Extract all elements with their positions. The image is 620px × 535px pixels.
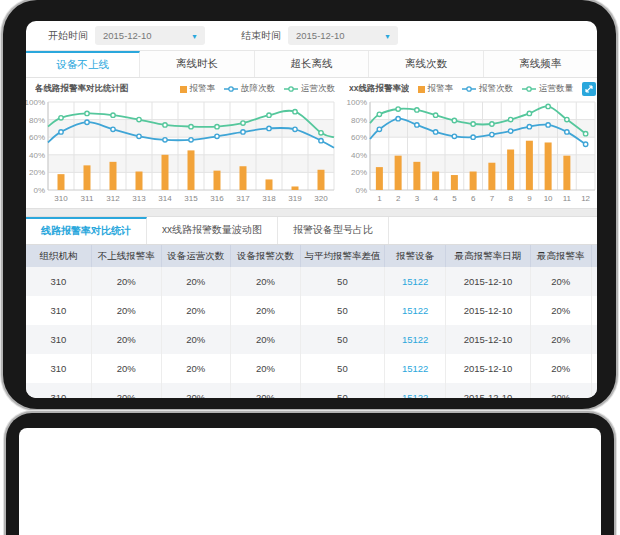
- chart-panel-left: 各线路报警率对比统计图报警率故障次数运营次数0%20%40%60%80%100%…: [26, 80, 340, 208]
- bar: [451, 175, 458, 190]
- table-row: 31020%20%20%50151222015-12-1020%2015-12-…: [26, 296, 597, 325]
- data-point: [215, 134, 219, 138]
- expand-icon: [584, 84, 594, 94]
- bar-legend-icon: [180, 86, 187, 93]
- y-tick-label: 40%: [29, 151, 45, 160]
- chart-title: 各线路报警率对比统计图: [35, 83, 171, 95]
- end-date-dropdown[interactable]: 2015-12-10 ▼: [288, 26, 398, 45]
- table-cell: 20%: [161, 325, 231, 354]
- legend-item[interactable]: 报警率: [418, 83, 454, 95]
- table-cell: 2015-12-10: [591, 354, 597, 383]
- table-cell: 20%: [231, 383, 301, 398]
- data-point: [293, 109, 297, 113]
- table-tab-3[interactable]: 报警设备型号占比: [278, 217, 389, 244]
- chart-legend: 报警率报警次数运营数量: [409, 83, 574, 95]
- bar-legend-icon: [418, 86, 425, 93]
- y-tick-label: 20%: [29, 168, 45, 177]
- legend-item[interactable]: 报警率: [180, 83, 216, 95]
- bar: [545, 142, 552, 190]
- bar: [470, 172, 477, 190]
- bar: [214, 171, 221, 190]
- device-link[interactable]: 15122: [385, 296, 446, 325]
- bar: [240, 166, 247, 190]
- tablet-frame-top: 开始时间 2015-12-10 ▼ 结束时间 2015-12-10 ▼ 设备不上…: [3, 0, 616, 409]
- data-point: [583, 131, 587, 135]
- table-header-cell: 设备报警次数: [231, 245, 301, 267]
- x-tick-label: 311: [81, 194, 94, 203]
- data-point: [433, 130, 437, 134]
- x-tick-label: 2: [396, 194, 401, 203]
- x-tick-label: 320: [314, 194, 328, 203]
- start-date-dropdown[interactable]: 2015-12-10 ▼: [95, 26, 205, 45]
- legend-item[interactable]: 故障次数: [224, 83, 275, 95]
- table-header-cell: 最高报警率: [530, 245, 591, 267]
- table-cell: 20%: [161, 354, 231, 383]
- bar: [526, 141, 533, 190]
- y-tick-label: 20%: [351, 168, 367, 177]
- table-cell: 20%: [530, 354, 591, 383]
- device-link[interactable]: 15122: [385, 354, 446, 383]
- x-tick-label: 12: [581, 194, 590, 203]
- table-header-cell: 与平均报警率差值: [300, 245, 384, 267]
- x-tick-label: 317: [236, 194, 250, 203]
- device-link[interactable]: 15122: [385, 267, 446, 296]
- table-header-cell: 不上线报警率: [91, 245, 161, 267]
- chevron-down-icon: ▼: [191, 32, 198, 39]
- data-point: [319, 139, 323, 143]
- x-tick-label: 4: [433, 194, 438, 203]
- data-table-wrap: 组织机构不上线报警率设备运营次数设备报警次数与平均报警率差值报警设备最高报警率日…: [26, 245, 597, 398]
- table-cell: 2015-12-10: [591, 383, 597, 398]
- expand-chart-button[interactable]: [582, 82, 596, 96]
- data-point: [471, 122, 475, 126]
- data-point: [396, 107, 400, 111]
- nav-tab-3[interactable]: 超长离线: [255, 51, 369, 77]
- chevron-down-icon: ▼: [384, 32, 391, 39]
- line-legend-icon: [462, 85, 476, 93]
- legend-item[interactable]: 运营次数: [284, 83, 335, 95]
- table-cell: 20%: [161, 267, 231, 296]
- y-tick-label: 0%: [355, 186, 367, 195]
- nav-tab-4[interactable]: 离线次数: [369, 51, 483, 77]
- legend-label: 运营次数: [301, 83, 335, 95]
- y-tick-label: 80%: [351, 116, 367, 125]
- nav-tab-2[interactable]: 离线时长: [140, 51, 254, 77]
- table-tab-1[interactable]: 线路报警率对比统计: [26, 217, 147, 244]
- data-point: [415, 123, 419, 127]
- data-point: [490, 122, 494, 126]
- legend-item[interactable]: 运营数量: [522, 83, 573, 95]
- tablet-frame-bottom: [6, 413, 614, 535]
- table-tab-2[interactable]: xx线路报警数量波动图: [147, 217, 278, 244]
- data-point: [415, 108, 419, 112]
- table-cell: 50: [300, 296, 384, 325]
- chart-title: xx线路报警率波动图: [349, 83, 409, 95]
- table-cell: 310: [26, 296, 91, 325]
- legend-item[interactable]: 报警次数: [462, 83, 513, 95]
- data-point: [546, 123, 550, 127]
- bar: [507, 150, 514, 190]
- table-cell: 2015-12-10: [591, 267, 597, 296]
- y-tick-label: 60%: [351, 133, 367, 142]
- device-link[interactable]: 15122: [385, 325, 446, 354]
- bar: [58, 174, 65, 190]
- chart-header: 各线路报警率对比统计图报警率故障次数运营次数: [26, 80, 340, 96]
- table-cell: 50: [300, 267, 384, 296]
- legend-label: 故障次数: [241, 83, 275, 95]
- end-date-value: 2015-12-10: [296, 30, 345, 41]
- y-tick-label: 0%: [33, 186, 45, 195]
- nav-tab-5[interactable]: 离线频率: [484, 51, 597, 77]
- bar: [488, 163, 495, 190]
- data-point: [583, 142, 587, 146]
- table-header-row: 组织机构不上线报警率设备运营次数设备报警次数与平均报警率差值报警设备最高报警率日…: [26, 245, 597, 267]
- legend-dot: [289, 87, 293, 91]
- x-tick-label: 5: [452, 194, 457, 203]
- table-cell: 50: [300, 354, 384, 383]
- table-cell: 2015-12-10: [446, 383, 530, 398]
- nav-tab-1[interactable]: 设备不上线: [26, 51, 140, 77]
- table-cell: 2015-12-10: [446, 354, 530, 383]
- table-row: 31020%20%20%50151222015-12-1020%2015-12-…: [26, 354, 597, 383]
- table-cell: 2015-12-10: [446, 296, 530, 325]
- x-tick-label: 318: [262, 194, 276, 203]
- data-point: [396, 117, 400, 121]
- device-link[interactable]: 15122: [385, 383, 446, 398]
- table-cell: 20%: [161, 296, 231, 325]
